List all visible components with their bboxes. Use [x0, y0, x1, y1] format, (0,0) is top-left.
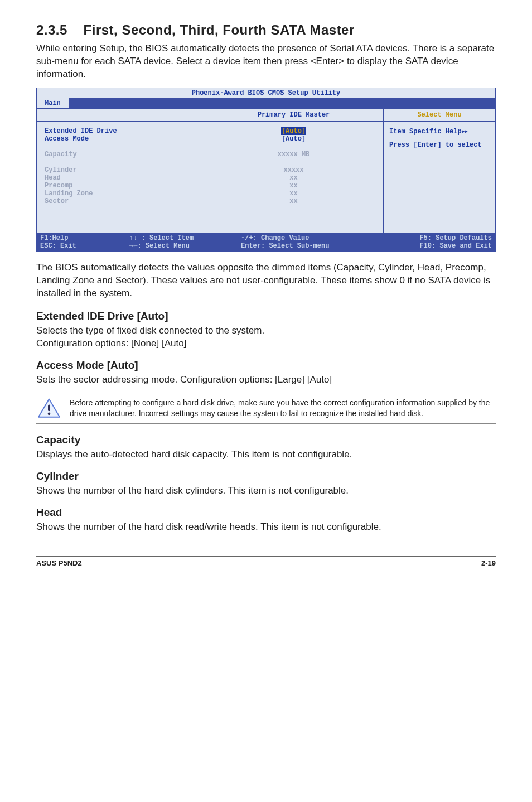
bios-foot-change: -/+: Change Value — [241, 234, 380, 242]
footer-left: ASUS P5ND2 — [36, 559, 82, 567]
bios-window: Phoenix-Award BIOS CMOS Setup Utility Ma… — [36, 88, 496, 252]
bios-field-label: Head — [45, 174, 196, 182]
ext-ide-line2: Configuration options: [None] [Auto] — [36, 337, 496, 350]
bios-field-label — [45, 158, 196, 166]
heading-capacity: Capacity — [36, 434, 496, 446]
bios-field-value[interactable]: [Auto] — [212, 135, 375, 143]
warning-text: Before attempting to configure a hard di… — [70, 398, 495, 419]
bios-tab-main[interactable]: Main — [37, 98, 69, 108]
intro-paragraph: While entering Setup, the BIOS automatic… — [36, 42, 496, 81]
footer-right: 2-19 — [481, 559, 496, 567]
capacity-line1: Displays the auto-detected hard disk cap… — [36, 448, 496, 461]
heading-extended-ide: Extended IDE Drive [Auto] — [36, 310, 496, 322]
bios-field-value[interactable] — [212, 143, 375, 151]
cylinder-line1: Shows the number of the hard disk cylind… — [36, 485, 496, 497]
page-footer: ASUS P5ND2 2-19 — [36, 556, 496, 567]
bios-utility-title: Phoenix-Award BIOS CMOS Setup Utility — [37, 88, 495, 98]
spacer — [389, 136, 490, 141]
bios-field-label: Landing Zone — [45, 190, 196, 197]
bios-field-label: Access Mode — [45, 135, 196, 143]
access-mode-line1: Sets the sector addressing mode. Configu… — [36, 374, 496, 386]
bios-tab-bar: Main — [37, 98, 495, 108]
bios-field-value: xxxxx MB — [212, 151, 375, 158]
head-line1: Shows the number of the hard disk read/w… — [36, 521, 496, 534]
bios-field-label: Precomp — [45, 182, 196, 190]
bios-help-panel: Item Specific Help▸▸ Press [Enter] to se… — [384, 122, 495, 233]
bios-field-value: xx — [212, 174, 375, 182]
svg-rect-1 — [48, 405, 50, 412]
heading-access-mode: Access Mode [Auto] — [36, 359, 496, 371]
bios-header-right: Select Menu — [384, 109, 495, 121]
bios-field-label: Capacity — [45, 151, 196, 158]
bios-footer: F1:Help ↑↓ : Select Item -/+: Change Val… — [37, 233, 495, 251]
bios-foot-f10: F10: Save and Exit — [380, 242, 492, 250]
section-heading: 2.3.5 First, Second, Third, Fourth SATA … — [36, 22, 496, 38]
bios-field-label: Sector — [45, 197, 196, 205]
warning-callout: Before attempting to configure a hard di… — [36, 393, 496, 424]
section-number: 2.3.5 — [36, 22, 67, 37]
bios-field-value: xx — [212, 190, 375, 197]
bios-header-mid: Primary IDE Master — [204, 109, 384, 121]
bios-foot-esc: ESC: Exit — [40, 242, 129, 250]
bios-field-value: xxxxx — [212, 166, 375, 174]
bios-field-label: Extended IDE Drive — [45, 127, 196, 135]
svg-point-2 — [48, 413, 51, 416]
heading-head: Head — [36, 506, 496, 519]
bios-header-row: Primary IDE Master Select Menu — [37, 108, 495, 122]
bios-help-line: Item Specific Help▸▸ — [389, 127, 490, 136]
bios-field-value[interactable]: [Auto] — [212, 127, 375, 135]
bios-field-label — [45, 143, 196, 151]
bios-body: Extended IDE DriveAccess Mode Capacity C… — [37, 122, 495, 233]
bios-field-label: Cylinder — [45, 166, 196, 174]
bios-foot-f5: F5: Setup Defaults — [380, 234, 492, 242]
bios-foot-enter: Enter: Select Sub-menu — [241, 242, 380, 250]
bios-field-value: xx — [212, 197, 375, 205]
bios-help-text: Item Specific Help — [389, 128, 462, 136]
bios-labels-column: Extended IDE DriveAccess Mode Capacity C… — [37, 122, 204, 233]
bios-field-value: xx — [212, 182, 375, 190]
heading-cylinder: Cylinder — [36, 470, 496, 482]
post-bios-paragraph: The BIOS automatically detects the value… — [36, 262, 496, 300]
bios-help-line: Press [Enter] to select — [389, 141, 490, 149]
ext-ide-line1: Selects the type of fixed disk connected… — [36, 325, 496, 337]
bios-header-left — [37, 109, 204, 121]
bios-foot-selmenu: →←: Select Menu — [129, 242, 241, 250]
bios-foot-selitem: ↑↓ : Select Item — [129, 234, 241, 242]
bios-values-column: [Auto][Auto] xxxxx MB xxxxxxxxxxxxx — [204, 122, 384, 233]
bios-selected-value[interactable]: [Auto] — [281, 127, 306, 135]
warning-icon — [37, 398, 61, 419]
section-title: First, Second, Third, Fourth SATA Master — [84, 22, 355, 37]
bios-foot-f1: F1:Help — [40, 234, 129, 242]
bios-field-value[interactable] — [212, 158, 375, 166]
arrow-right-icon: ▸▸ — [462, 128, 467, 136]
